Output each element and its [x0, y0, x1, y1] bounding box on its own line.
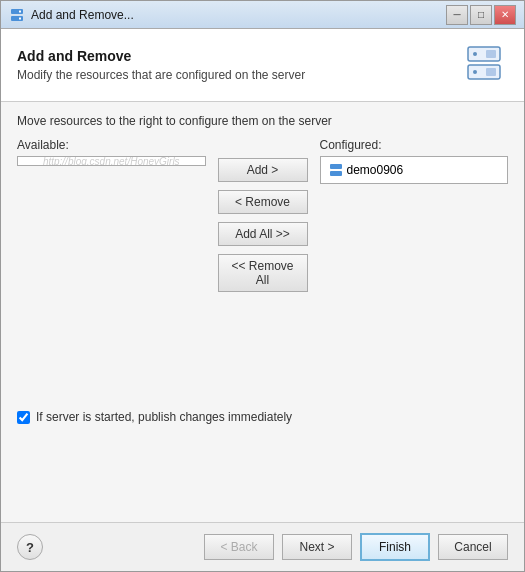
list-item[interactable]: demo0906: [325, 161, 504, 179]
publish-checkbox[interactable]: [17, 411, 30, 424]
svg-rect-1: [11, 16, 23, 21]
configured-panel: Configured: demo0906: [320, 138, 509, 184]
header-section: Add and Remove Modify the resources that…: [1, 29, 524, 102]
close-button[interactable]: ✕: [494, 5, 516, 25]
remove-all-button[interactable]: << Remove All: [218, 254, 308, 292]
cancel-button[interactable]: Cancel: [438, 534, 508, 560]
instruction-text: Move resources to the right to configure…: [17, 114, 508, 128]
window-icon: [9, 7, 25, 23]
svg-point-9: [473, 70, 477, 74]
add-all-button[interactable]: Add All >>: [218, 222, 308, 246]
help-button[interactable]: ?: [17, 534, 43, 560]
item-name: demo0906: [347, 163, 404, 177]
finish-button[interactable]: Finish: [360, 533, 430, 561]
watermark: http://blog.csdn.net/HoneyGirls: [43, 156, 180, 166]
svg-rect-3: [19, 17, 21, 19]
transfer-buttons: Add > < Remove Add All >> << Remove All: [206, 138, 320, 292]
svg-rect-11: [330, 171, 342, 176]
available-panel: Available: http://blog.csdn.net/HoneyGir…: [17, 138, 206, 166]
publish-checkbox-label[interactable]: If server is started, publish changes im…: [36, 410, 292, 424]
remove-button[interactable]: < Remove: [218, 190, 308, 214]
svg-rect-2: [19, 10, 21, 12]
configured-label: Configured:: [320, 138, 509, 152]
add-button[interactable]: Add >: [218, 158, 308, 182]
header-text: Add and Remove Modify the resources that…: [17, 48, 305, 82]
content-area: Move resources to the right to configure…: [1, 102, 524, 522]
svg-rect-10: [330, 164, 342, 169]
title-buttons: ─ □ ✕: [446, 5, 516, 25]
svg-rect-6: [486, 50, 496, 58]
available-label: Available:: [17, 138, 206, 152]
window-title: Add and Remove...: [31, 8, 134, 22]
publish-checkbox-area: If server is started, publish changes im…: [17, 410, 508, 424]
minimize-button[interactable]: ─: [446, 5, 468, 25]
footer-left: ?: [17, 534, 43, 560]
footer-right: < Back Next > Finish Cancel: [204, 533, 508, 561]
configured-list[interactable]: demo0906: [320, 156, 509, 184]
dialog-title: Add and Remove: [17, 48, 305, 64]
footer: ? < Back Next > Finish Cancel: [1, 522, 524, 571]
dialog-subtitle: Modify the resources that are configured…: [17, 68, 305, 82]
resources-area: Available: http://blog.csdn.net/HoneyGir…: [17, 138, 508, 398]
title-bar: Add and Remove... ─ □ ✕: [1, 1, 524, 29]
maximize-button[interactable]: □: [470, 5, 492, 25]
dialog-window: Add and Remove... ─ □ ✕ Add and Remove M…: [0, 0, 525, 572]
svg-rect-7: [486, 68, 496, 76]
available-list[interactable]: http://blog.csdn.net/HoneyGirls: [17, 156, 206, 166]
item-server-icon: [329, 163, 343, 177]
back-button[interactable]: < Back: [204, 534, 274, 560]
title-bar-left: Add and Remove...: [9, 7, 134, 23]
next-button[interactable]: Next >: [282, 534, 352, 560]
svg-point-8: [473, 52, 477, 56]
svg-rect-0: [11, 9, 23, 14]
server-icon: [462, 43, 506, 87]
header-icon-area: [460, 41, 508, 89]
